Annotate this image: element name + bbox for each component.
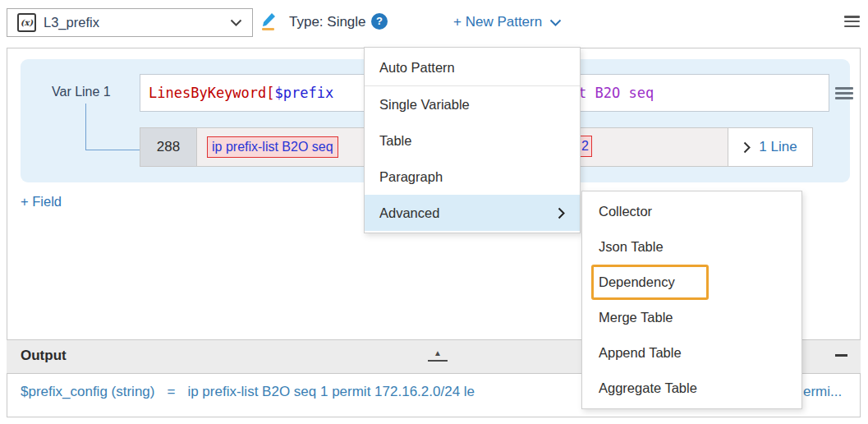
output-title: Output [21,348,67,364]
advanced-submenu: Collector Json Table Dependency Merge Ta… [581,191,802,409]
menu-item-single-variable[interactable]: Single Variable [365,86,580,122]
new-pattern-menu: Auto Pattern Single Variable Table Parag… [364,47,581,233]
chevron-right-icon [558,207,565,219]
output-equals: = [167,384,175,399]
menu-item-auto-pattern[interactable]: Auto Pattern [365,49,580,85]
output-value-tail: ermi... [803,384,842,400]
expression-function: LinesByKeyword[ [149,85,275,101]
chevron-right-icon [743,141,751,154]
expression-menu-icon[interactable] [835,87,853,99]
variable-icon: (x) [17,13,36,32]
output-row: $prefix_config (string)=ip prefix-list B… [21,384,579,400]
pattern-type-label: Type: Single [289,14,366,30]
minimize-icon[interactable] [835,354,847,357]
chevron-down-icon [230,19,242,26]
expand-lines-label: 1 Line [759,139,797,155]
submenu-item-append-table[interactable]: Append Table [582,335,801,371]
add-field-link[interactable]: + Field [21,194,62,210]
expand-lines-button[interactable]: 1 Line [728,128,812,166]
output-variable: $prefix_config (string) [21,384,154,399]
edit-pattern-button[interactable] [258,12,279,33]
submenu-item-merge-table[interactable]: Merge Table [582,300,801,335]
variable-selector-value: L3_prefix [44,15,99,30]
submenu-item-json-table[interactable]: Json Table [582,229,801,265]
var-line-label: Var Line 1 [52,85,111,99]
menu-item-paragraph[interactable]: Paragraph [365,159,580,195]
chevron-down-icon [549,19,562,26]
matched-text-highlight: ip prefix-list B2O seq [207,136,338,158]
line-number-cell: 288 [140,128,197,166]
menu-item-table[interactable]: Table [365,122,580,159]
pencil-icon [258,12,279,31]
collapse-panel-icon[interactable]: ▲ [428,344,448,362]
output-value: ip prefix-list B2O seq 1 permit 172.16.2… [187,384,475,399]
submenu-item-collector[interactable]: Collector [582,194,801,229]
connector-line-vertical [85,104,86,150]
expression-tail: t B2O seq [578,85,654,101]
expression-variable: $prefix [275,85,334,101]
hamburger-menu-icon[interactable] [844,16,860,27]
new-pattern-label: + New Pattern [453,14,542,30]
help-icon[interactable]: ? [371,13,388,30]
connector-line-horizontal [85,150,140,150]
submenu-item-dependency[interactable]: Dependency [582,265,801,300]
menu-item-advanced[interactable]: Advanced [365,195,580,231]
submenu-item-aggregate-table[interactable]: Aggregate Table [582,371,801,406]
variable-selector[interactable]: (x) L3_prefix [7,8,253,37]
new-pattern-button[interactable]: + New Pattern [453,14,562,30]
